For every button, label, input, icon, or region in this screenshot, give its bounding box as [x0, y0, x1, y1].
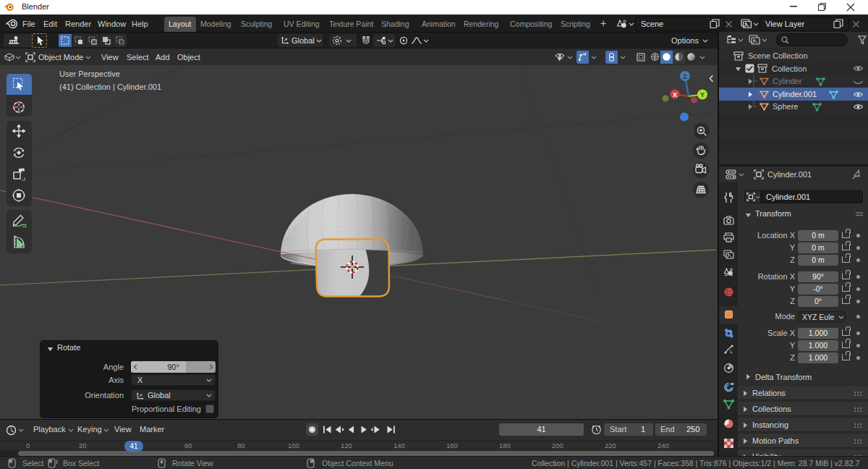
svg-text:Z: Z — [683, 73, 687, 80]
svg-text:Y: Y — [700, 91, 705, 98]
svg-text:X: X — [673, 91, 677, 98]
